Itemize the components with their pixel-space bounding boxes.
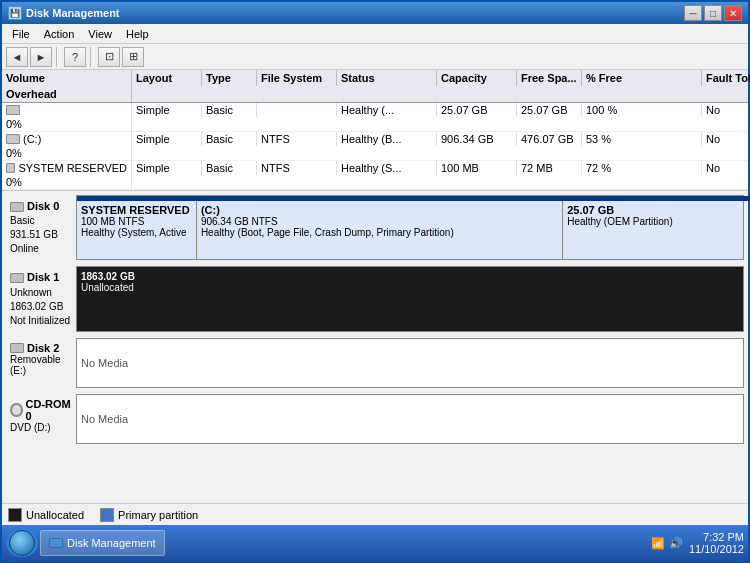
disk1-status: Not Initialized [10, 314, 72, 328]
p1-size: 906.34 GB NTFS [201, 216, 558, 227]
taskbar: Disk Management 📶 🔊 7:32 PM 11/10/2012 [2, 525, 748, 561]
p2-name: 25.07 GB [567, 204, 739, 216]
window-icon: 💾 [8, 6, 22, 20]
window-title: Disk Management [26, 7, 120, 19]
vol2-fs: NTFS [257, 132, 337, 146]
title-bar: 💾 Disk Management ─ □ ✕ [2, 2, 748, 24]
disk0-partition-c[interactable]: (C:) 906.34 GB NTFS Healthy (Boot, Page … [197, 196, 563, 259]
disk0-label: Disk 0 Basic 931.51 GB Online [6, 195, 76, 260]
p0-size: 100 MB NTFS [81, 216, 192, 227]
help-button[interactable]: ? [64, 47, 86, 67]
hdd-icon-3 [6, 163, 15, 173]
disk2-type: Removable (E:) [10, 354, 72, 376]
volume-row-3[interactable]: SYSTEM RESERVED Simple Basic NTFS Health… [2, 161, 748, 190]
vol1-overhead: 0% [2, 117, 132, 131]
disk2-label: Disk 2 Removable (E:) [6, 338, 76, 388]
menu-view[interactable]: View [82, 27, 118, 41]
legend-primary-box [100, 508, 114, 522]
properties-button[interactable]: ⊞ [122, 47, 144, 67]
forward-button[interactable]: ► [30, 47, 52, 67]
vol2-layout: Simple [132, 132, 202, 146]
vol1-status: Healthy (... [337, 103, 437, 117]
vol1-name [2, 103, 132, 117]
disk1-size: 1863.02 GB [10, 300, 72, 314]
vol3-type: Basic [202, 161, 257, 175]
close-button[interactable]: ✕ [724, 5, 742, 21]
window-controls: ─ □ ✕ [684, 5, 742, 21]
col-volume: Volume [2, 70, 132, 86]
toolbar-separator-1 [56, 47, 60, 67]
vol1-fault: No [702, 103, 750, 117]
vol2-overhead: 0% [2, 146, 132, 160]
disk1-icon [10, 273, 24, 283]
col-percent: % Free [582, 70, 702, 86]
taskbar-clock[interactable]: 7:32 PM 11/10/2012 [689, 531, 744, 555]
disk0-type: Basic [10, 214, 72, 228]
volume-list: Volume Layout Type File System Status Ca… [2, 70, 748, 191]
p0-name: SYSTEM RESERVED [81, 204, 192, 216]
toolbar: ◄ ► ? ⊡ ⊞ [2, 44, 748, 70]
legend-primary-label: Primary partition [118, 509, 198, 521]
vol1-layout: Simple [132, 103, 202, 117]
p1-name: (C:) [201, 204, 558, 216]
vol3-layout: Simple [132, 161, 202, 175]
start-orb [9, 530, 35, 556]
menu-help[interactable]: Help [120, 27, 155, 41]
cdrom0-content: No Media [76, 394, 744, 444]
hdd-icon-1 [6, 105, 20, 115]
vol3-fault: No [702, 161, 750, 175]
disk1-type: Unknown [10, 286, 72, 300]
disk1-label: Disk 1 Unknown 1863.02 GB Not Initialize… [6, 266, 76, 331]
restore-button[interactable]: □ [704, 5, 722, 21]
vol1-pct: 100 % [582, 103, 702, 117]
cdrom0-row: CD-ROM 0 DVD (D:) No Media [6, 394, 744, 444]
disk0-partition-sysreserved[interactable]: SYSTEM RESERVED 100 MB NTFS Healthy (Sys… [77, 196, 197, 259]
col-overhead: Overhead [2, 86, 132, 102]
volume-row-1[interactable]: Simple Basic Healthy (... 25.07 GB 25.07… [2, 103, 748, 132]
taskbar-app-label: Disk Management [67, 537, 156, 549]
taskbar-time-display: 7:32 PM [689, 531, 744, 543]
vol3-status: Healthy (S... [337, 161, 437, 175]
disk1-title: Disk 1 [27, 270, 59, 285]
disk2-row: Disk 2 Removable (E:) No Media [6, 338, 744, 388]
legend-unallocated-box [8, 508, 22, 522]
vol1-free: 25.07 GB [517, 103, 582, 117]
taskbar-date-display: 11/10/2012 [689, 543, 744, 555]
rescan-button[interactable]: ⊡ [98, 47, 120, 67]
vol2-status: Healthy (B... [337, 132, 437, 146]
disk0-status: Online [10, 242, 72, 256]
vol2-capacity: 906.34 GB [437, 132, 517, 146]
disk-map: Disk 0 Basic 931.51 GB Online SYSTEM RES… [2, 191, 748, 503]
disk1-row: Disk 1 Unknown 1863.02 GB Not Initialize… [6, 266, 744, 331]
menu-file[interactable]: File [6, 27, 36, 41]
vol3-name: SYSTEM RESERVED [2, 161, 132, 175]
taskbar-tray: 📶 🔊 [647, 537, 687, 550]
tray-network-icon: 📶 [651, 537, 665, 550]
cdrom0-type: DVD (D:) [10, 422, 72, 433]
disk0-size: 931.51 GB [10, 228, 72, 242]
vol3-pct: 72 % [582, 161, 702, 175]
p2-status: Healthy (OEM Partition) [567, 216, 739, 227]
disk1-partitions: 1863.02 GB Unallocated [76, 266, 744, 331]
start-button[interactable] [6, 529, 38, 557]
main-window: 💾 Disk Management ─ □ ✕ File Action View… [0, 0, 750, 563]
disk0-title: Disk 0 [27, 199, 59, 214]
legend-unallocated-label: Unallocated [26, 509, 84, 521]
taskbar-disk-mgmt[interactable]: Disk Management [40, 530, 165, 556]
vol3-fs: NTFS [257, 161, 337, 175]
cdrom0-label: CD-ROM 0 DVD (D:) [6, 394, 76, 444]
volume-row-2[interactable]: (C:) Simple Basic NTFS Healthy (B... 906… [2, 132, 748, 161]
vol2-type: Basic [202, 132, 257, 146]
disk1-unalloc[interactable]: 1863.02 GB Unallocated [77, 267, 743, 330]
disk2-content: No Media [76, 338, 744, 388]
minimize-button[interactable]: ─ [684, 5, 702, 21]
col-freespace: Free Spa... [517, 70, 582, 86]
p0-status: Healthy (System, Active [81, 227, 192, 238]
back-button[interactable]: ◄ [6, 47, 28, 67]
disk0-partition-oem[interactable]: 25.07 GB Healthy (OEM Partition) [563, 196, 743, 259]
vol2-pct: 53 % [582, 132, 702, 146]
vol1-type: Basic [202, 103, 257, 117]
toolbar-separator-2 [90, 47, 94, 67]
col-type: Type [202, 70, 257, 86]
menu-action[interactable]: Action [38, 27, 81, 41]
